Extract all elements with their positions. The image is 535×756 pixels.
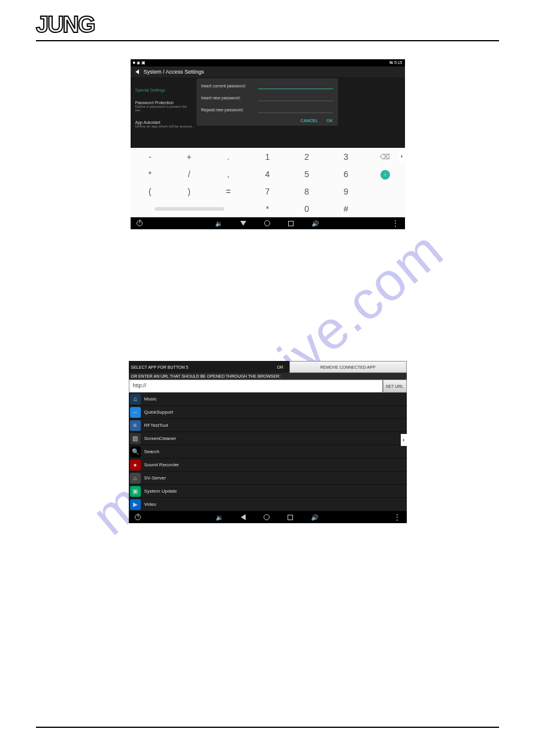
key-asterisk[interactable]: * [131,169,170,179]
key-7[interactable]: 7 [248,187,287,196]
nav-home-icon[interactable] [264,514,270,520]
key-6[interactable]: 6 [327,169,365,179]
screenshot-select-app: SELECT APP FOR BUTTON 5 OR REMOVE CONNEC… [129,361,407,523]
app-icon: ▣ [130,486,141,497]
nav-back-icon[interactable] [240,221,246,226]
key-slash[interactable]: / [170,169,208,179]
label-repeat-password: Repeat new password: [201,108,258,112]
app-icon: ↔ [130,407,141,418]
app-icon: ≡ [130,420,141,431]
side-handle-icon[interactable]: ‹ [401,434,407,446]
app-icon: ▧ [130,433,141,444]
overflow-icon[interactable]: ⋮ [392,219,399,227]
menu-special-settings[interactable]: Special Settings [135,88,195,92]
app-icon: 🔍 [130,447,141,457]
set-url-button[interactable]: SET URL [383,379,407,393]
app-label: Sound Recorder [144,462,179,467]
input-repeat-password[interactable] [258,106,333,113]
menu-password-protection[interactable]: Password Protection [135,101,195,105]
key-4[interactable]: 4 [248,169,287,179]
side-handle-icon[interactable]: ‹ [399,150,405,162]
label-new-password: Insert new password: [201,96,258,100]
status-eye-icon: ◉ [137,60,140,65]
app-row[interactable]: ⌂SV-Server [129,472,407,485]
footer-divider [36,727,499,728]
key-3[interactable]: 3 [327,152,365,162]
key-lparen[interactable]: ( [131,187,170,196]
menu-app-autostart[interactable]: App Autostart [135,120,195,125]
password-dialog: Insert current password: Insert new pass… [197,78,338,126]
nav-recent-icon[interactable] [288,221,294,226]
app-row[interactable]: ♫Music [129,393,407,406]
vol-up-icon[interactable]: 🔊 [311,514,318,521]
app-row[interactable]: ≡RFTestTool [129,419,407,432]
status-square-icon: ■ [133,60,135,65]
app-row[interactable]: ▧ScreenCleaner [129,432,407,445]
enter-icon: › [380,170,390,180]
power-icon[interactable] [135,514,141,520]
app-label: Music [144,396,157,402]
overflow-icon[interactable]: ⋮ [394,513,401,521]
app-label: Video [144,502,156,507]
app-row[interactable]: ●Sound Recorder [129,459,407,472]
vol-up-icon[interactable]: 🔊 [312,220,319,227]
app-label: RFTestTool [144,423,168,428]
key-0[interactable]: 0 [287,204,326,214]
status-box-icon: ▣ [141,60,146,65]
numeric-keypad: - + . 1 2 3 ⌫ * / , 4 5 6 › [131,148,405,217]
label-current-password: Insert current password: [201,84,258,88]
key-2[interactable]: 2 [287,152,326,162]
menu-autostart-desc: Define an app which will be automa... [135,125,195,128]
app-list[interactable]: ♫Music↔QuickSupport≡RFTestTool▧ScreenCle… [129,393,407,511]
app-icon: ● [130,460,141,470]
key-dot[interactable]: . [208,152,247,162]
header-divider [36,40,499,41]
app-label: ScreenCleaner [144,436,176,441]
header-or: OR [271,361,289,373]
key-space[interactable] [131,207,248,211]
input-new-password[interactable] [258,94,333,101]
status-bar: ■ ◉ ▣ ⇆ 5:15 [131,59,405,66]
vol-down-icon[interactable]: 🔉 [216,514,223,521]
input-current-password[interactable] [258,82,333,89]
key-plus[interactable]: + [170,152,208,162]
key-star[interactable]: * [248,204,287,214]
nav-home-icon[interactable] [264,220,270,226]
screenshot-password-dialog: ■ ◉ ▣ ⇆ 5:15 System / Access Settings Sp… [131,59,405,229]
key-minus[interactable]: - [131,152,170,162]
app-icon: ♫ [130,394,141,405]
nav-bar: 🔉 🔊 ⋮ [129,511,407,523]
key-equals[interactable]: = [208,187,247,196]
back-arrow-icon[interactable] [135,69,139,74]
header-select-app: SELECT APP FOR BUTTON 5 [129,361,271,373]
key-5[interactable]: 5 [287,169,326,179]
menu-password-desc: Define a password to protect the set... [135,105,195,112]
key-hash[interactable]: # [327,204,365,214]
key-1[interactable]: 1 [248,152,287,162]
app-icon: ⌂ [130,473,141,484]
app-row[interactable]: ↔QuickSupport [129,406,407,419]
subheader-url-prompt: OR ENTER AN URL THAT SHOULD BE OPENED TH… [129,373,407,379]
nav-back-icon[interactable] [241,514,246,520]
remove-connected-app-button[interactable]: REMOVE CONNECTED APP [289,361,407,373]
key-enter[interactable]: › [365,168,404,180]
key-8[interactable]: 8 [287,187,326,196]
key-comma[interactable]: , [208,169,247,179]
brand-logo: JUNG [36,12,95,38]
nav-recent-icon[interactable] [288,515,293,520]
status-time: 5:15 [394,60,403,65]
ok-button[interactable]: OK [327,119,333,123]
power-icon[interactable] [137,220,143,226]
app-label: System Update [144,488,177,494]
key-9[interactable]: 9 [327,187,365,196]
cancel-button[interactable]: CANCEL [301,119,318,123]
app-row[interactable]: ▶Video [129,498,407,511]
status-sync-icon: ⇆ [389,60,393,65]
nav-bar: 🔉 🔊 ⋮ [131,217,405,229]
key-rparen[interactable]: ) [170,187,208,196]
app-row[interactable]: ▣System Update [129,485,407,498]
vol-down-icon[interactable]: 🔉 [215,220,222,227]
app-row[interactable]: 🔍Search [129,445,407,459]
url-input[interactable]: http:// [129,379,383,393]
app-label: Search [144,449,159,454]
